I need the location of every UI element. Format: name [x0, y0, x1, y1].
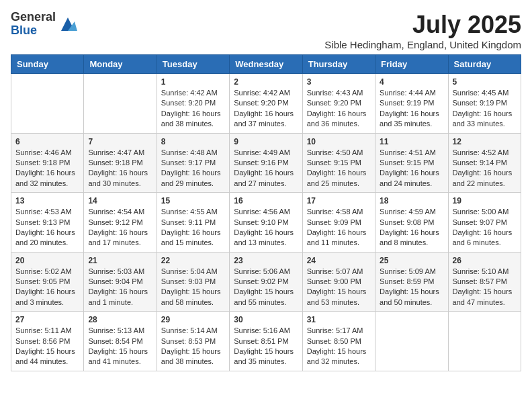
calendar-week-row: 20Sunrise: 5:02 AMSunset: 9:05 PMDayligh…	[11, 252, 521, 312]
day-info: Sunrise: 5:07 AMSunset: 9:00 PMDaylight:…	[307, 267, 371, 308]
day-number: 5	[453, 77, 517, 87]
day-info: Sunrise: 4:50 AMSunset: 9:15 PMDaylight:…	[307, 148, 371, 189]
day-number: 29	[161, 315, 225, 324]
calendar-cell: 16Sunrise: 4:56 AMSunset: 9:10 PMDayligh…	[230, 193, 302, 253]
day-info: Sunrise: 5:09 AMSunset: 8:59 PMDaylight:…	[380, 267, 443, 308]
day-info: Sunrise: 4:48 AMSunset: 9:17 PMDaylight:…	[161, 148, 225, 189]
logo-general-text: General	[11, 11, 56, 24]
day-info: Sunrise: 4:54 AMSunset: 9:12 PMDaylight:…	[88, 207, 152, 248]
day-number: 23	[234, 256, 298, 265]
calendar-cell	[448, 312, 521, 371]
calendar-cell: 17Sunrise: 4:58 AMSunset: 9:09 PMDayligh…	[302, 193, 375, 253]
calendar-cell: 7Sunrise: 4:47 AMSunset: 9:18 PMDaylight…	[84, 133, 157, 193]
day-number: 13	[15, 196, 79, 205]
page-header: General Blue July 2025 Sible Hedingham, …	[11, 11, 521, 50]
day-info: Sunrise: 4:56 AMSunset: 9:10 PMDaylight:…	[234, 207, 298, 248]
calendar-cell: 6Sunrise: 4:46 AMSunset: 9:18 PMDaylight…	[11, 133, 84, 193]
calendar-cell: 1Sunrise: 4:42 AMSunset: 9:20 PMDaylight…	[157, 74, 229, 134]
calendar-cell: 9Sunrise: 4:49 AMSunset: 9:16 PMDaylight…	[230, 133, 302, 193]
calendar-week-row: 6Sunrise: 4:46 AMSunset: 9:18 PMDaylight…	[11, 133, 521, 193]
calendar-cell: 10Sunrise: 4:50 AMSunset: 9:15 PMDayligh…	[302, 133, 375, 193]
day-info: Sunrise: 5:00 AMSunset: 9:07 PMDaylight:…	[453, 207, 517, 248]
day-number: 22	[161, 256, 225, 265]
calendar-cell: 21Sunrise: 5:03 AMSunset: 9:04 PMDayligh…	[84, 252, 157, 312]
day-number: 14	[88, 196, 152, 205]
day-info: Sunrise: 4:58 AMSunset: 9:09 PMDaylight:…	[307, 207, 371, 248]
col-header-friday: Friday	[375, 55, 448, 74]
logo: General Blue	[11, 11, 77, 38]
calendar-cell: 8Sunrise: 4:48 AMSunset: 9:17 PMDaylight…	[157, 133, 229, 193]
day-info: Sunrise: 5:04 AMSunset: 9:03 PMDaylight:…	[161, 267, 225, 308]
day-number: 1	[161, 77, 225, 87]
title-section: July 2025 Sible Hedingham, England, Unit…	[324, 11, 521, 50]
day-info: Sunrise: 5:06 AMSunset: 9:02 PMDaylight:…	[234, 267, 298, 308]
day-number: 9	[234, 137, 298, 146]
logo-icon	[58, 15, 77, 34]
day-info: Sunrise: 4:49 AMSunset: 9:16 PMDaylight:…	[234, 148, 298, 189]
calendar-cell: 11Sunrise: 4:51 AMSunset: 9:15 PMDayligh…	[375, 133, 448, 193]
day-info: Sunrise: 4:46 AMSunset: 9:18 PMDaylight:…	[15, 148, 79, 189]
calendar-week-row: 13Sunrise: 4:53 AMSunset: 9:13 PMDayligh…	[11, 193, 521, 253]
calendar-cell: 2Sunrise: 4:42 AMSunset: 9:20 PMDaylight…	[230, 74, 302, 134]
day-info: Sunrise: 5:10 AMSunset: 8:57 PMDaylight:…	[453, 267, 517, 308]
day-number: 28	[88, 315, 152, 324]
day-number: 27	[15, 315, 79, 324]
calendar-week-row: 1Sunrise: 4:42 AMSunset: 9:20 PMDaylight…	[11, 74, 521, 134]
calendar-cell: 18Sunrise: 4:59 AMSunset: 9:08 PMDayligh…	[375, 193, 448, 253]
day-info: Sunrise: 4:53 AMSunset: 9:13 PMDaylight:…	[15, 207, 79, 248]
day-number: 17	[307, 196, 371, 205]
day-number: 6	[15, 137, 79, 146]
day-info: Sunrise: 4:45 AMSunset: 9:19 PMDaylight:…	[453, 88, 517, 130]
day-info: Sunrise: 5:03 AMSunset: 9:04 PMDaylight:…	[88, 267, 152, 308]
calendar-week-row: 27Sunrise: 5:11 AMSunset: 8:56 PMDayligh…	[11, 312, 521, 371]
day-info: Sunrise: 5:02 AMSunset: 9:05 PMDaylight:…	[15, 267, 79, 308]
calendar-cell: 31Sunrise: 5:17 AMSunset: 8:50 PMDayligh…	[302, 312, 375, 371]
logo-blue-text: Blue	[11, 24, 56, 38]
day-info: Sunrise: 4:55 AMSunset: 9:11 PMDaylight:…	[161, 207, 225, 248]
calendar-cell: 5Sunrise: 4:45 AMSunset: 9:19 PMDaylight…	[448, 74, 521, 134]
day-number: 31	[307, 315, 371, 324]
calendar-header-row: SundayMondayTuesdayWednesdayThursdayFrid…	[11, 55, 521, 74]
day-number: 30	[234, 315, 298, 324]
location-subtitle: Sible Hedingham, England, United Kingdom	[324, 39, 521, 50]
day-info: Sunrise: 4:52 AMSunset: 9:14 PMDaylight:…	[453, 148, 517, 189]
calendar-cell: 30Sunrise: 5:16 AMSunset: 8:51 PMDayligh…	[230, 312, 302, 371]
day-number: 2	[234, 77, 298, 87]
day-info: Sunrise: 4:42 AMSunset: 9:20 PMDaylight:…	[161, 88, 225, 130]
calendar-cell	[11, 74, 84, 134]
col-header-sunday: Sunday	[11, 55, 84, 74]
calendar-cell: 28Sunrise: 5:13 AMSunset: 8:54 PMDayligh…	[84, 312, 157, 371]
day-number: 16	[234, 196, 298, 205]
day-info: Sunrise: 4:47 AMSunset: 9:18 PMDaylight:…	[88, 148, 152, 189]
day-info: Sunrise: 5:17 AMSunset: 8:50 PMDaylight:…	[307, 326, 371, 367]
col-header-wednesday: Wednesday	[230, 55, 302, 74]
day-number: 20	[15, 256, 79, 265]
calendar-cell: 3Sunrise: 4:43 AMSunset: 9:20 PMDaylight…	[302, 74, 375, 134]
day-number: 19	[453, 196, 517, 205]
day-number: 7	[88, 137, 152, 146]
calendar-cell: 25Sunrise: 5:09 AMSunset: 8:59 PMDayligh…	[375, 252, 448, 312]
day-number: 3	[307, 77, 371, 87]
calendar-cell	[375, 312, 448, 371]
day-number: 8	[161, 137, 225, 146]
col-header-thursday: Thursday	[302, 55, 375, 74]
calendar-cell: 24Sunrise: 5:07 AMSunset: 9:00 PMDayligh…	[302, 252, 375, 312]
day-info: Sunrise: 5:13 AMSunset: 8:54 PMDaylight:…	[88, 326, 152, 367]
day-number: 21	[88, 256, 152, 265]
calendar-cell: 22Sunrise: 5:04 AMSunset: 9:03 PMDayligh…	[157, 252, 229, 312]
day-number: 25	[380, 256, 443, 265]
calendar-cell: 12Sunrise: 4:52 AMSunset: 9:14 PMDayligh…	[448, 133, 521, 193]
calendar-table: SundayMondayTuesdayWednesdayThursdayFrid…	[11, 54, 521, 371]
day-info: Sunrise: 5:11 AMSunset: 8:56 PMDaylight:…	[15, 326, 79, 367]
day-info: Sunrise: 4:44 AMSunset: 9:19 PMDaylight:…	[380, 88, 443, 130]
col-header-monday: Monday	[84, 55, 157, 74]
col-header-tuesday: Tuesday	[157, 55, 229, 74]
calendar-cell	[84, 74, 157, 134]
calendar-cell: 19Sunrise: 5:00 AMSunset: 9:07 PMDayligh…	[448, 193, 521, 253]
calendar-cell: 13Sunrise: 4:53 AMSunset: 9:13 PMDayligh…	[11, 193, 84, 253]
day-number: 4	[380, 77, 443, 87]
calendar-cell: 20Sunrise: 5:02 AMSunset: 9:05 PMDayligh…	[11, 252, 84, 312]
day-info: Sunrise: 5:16 AMSunset: 8:51 PMDaylight:…	[234, 326, 298, 367]
day-info: Sunrise: 4:59 AMSunset: 9:08 PMDaylight:…	[380, 207, 443, 248]
col-header-saturday: Saturday	[448, 55, 521, 74]
